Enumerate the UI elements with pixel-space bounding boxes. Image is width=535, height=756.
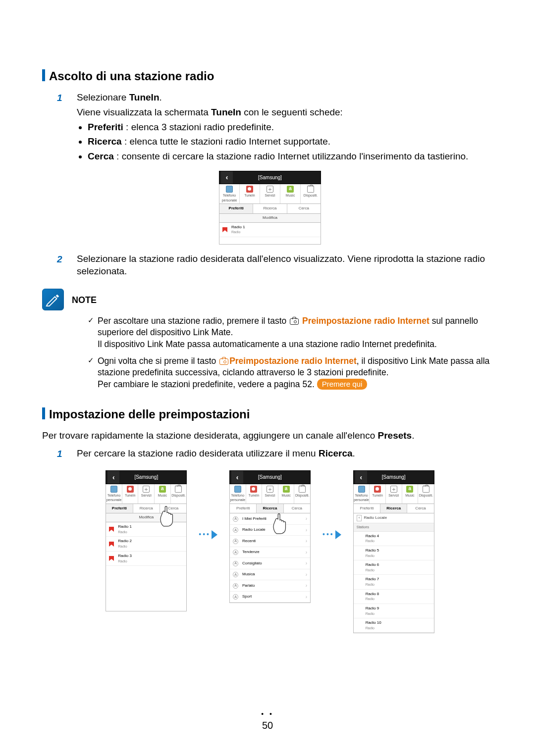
music-icon — [287, 186, 294, 193]
nav-label: TuneIn — [372, 494, 383, 497]
nav-music[interactable]: Music — [402, 484, 419, 504]
text-bold: Presets — [378, 430, 412, 441]
text: Selezionare la stazione radio desiderata… — [77, 252, 498, 278]
nav-phone[interactable]: Telefono personale — [219, 184, 240, 203]
back-icon[interactable]: ‹ — [355, 471, 367, 484]
chevron-right-icon: › — [306, 538, 307, 545]
antenna-icon: A — [233, 539, 238, 544]
tab-preferiti[interactable]: Preferiti — [354, 504, 380, 513]
tab-preferiti[interactable]: Preferiti — [219, 204, 253, 213]
nav-music[interactable]: Music — [280, 184, 301, 203]
nav-dispositivi[interactable]: Dispositi. — [294, 484, 310, 504]
section-heading-ascolto: Ascolto di una stazione radio — [42, 68, 498, 84]
radio-name: Radio 4 — [366, 534, 431, 539]
radio-sub: Radio — [366, 582, 431, 587]
back-icon[interactable]: ‹ — [107, 471, 119, 484]
nav-phone[interactable]: Telefono personale — [106, 484, 122, 504]
list-item[interactable]: AConsigliato› — [230, 558, 310, 569]
list-item[interactable]: AI Miei Preferiti› — [230, 513, 310, 525]
nav-tunein[interactable]: TuneIn — [240, 184, 260, 203]
nav-tunein[interactable]: TuneIn — [246, 484, 263, 504]
radio-name: Radio 8 — [366, 592, 431, 597]
tunein-icon — [246, 186, 253, 193]
nav-servizi[interactable]: Servizi — [262, 484, 278, 504]
tab-ricerca[interactable]: Ricerca — [133, 504, 160, 513]
text: con le seguenti schede: — [241, 107, 343, 117]
nav-phone[interactable]: Telefono personale — [354, 484, 370, 504]
list-item[interactable]: Radio 8Radio — [354, 590, 434, 604]
list-item[interactable]: ARecenti› — [230, 536, 310, 547]
list-item[interactable]: Radio 6Radio — [354, 560, 434, 575]
text: Per cercare la stazione radio desiderata… — [77, 448, 319, 458]
tab-preferiti[interactable]: Preferiti — [106, 504, 133, 513]
list-item[interactable]: Radio 7Radio — [354, 575, 434, 589]
nav-servizi[interactable]: Servizi — [260, 184, 280, 203]
breadcrumb[interactable]: ‹Radio Locale — [354, 513, 434, 523]
text-bold: TuneIn — [129, 92, 160, 102]
nav-label: Servizi — [141, 494, 152, 497]
list-item[interactable]: Radio 1Radio — [106, 522, 186, 537]
list-item[interactable]: ATendenze› — [230, 547, 310, 558]
screenshot-tunein-preferiti: ‹ [Samsung] Telefono personale TuneIn Se… — [219, 171, 321, 245]
edit-button[interactable]: Modifica — [219, 214, 321, 223]
list-item[interactable]: Radio 2Radio — [106, 537, 186, 551]
press-here-badge[interactable]: Premere qui — [317, 379, 368, 390]
text: Viene visualizzata la schermata — [77, 107, 211, 117]
tab-cerca[interactable]: Cerca — [407, 504, 433, 513]
list-item[interactable]: Radio 9Radio — [354, 604, 434, 618]
phone-tabs: Preferiti Ricerca Cerca — [219, 204, 321, 214]
list-item[interactable]: Radio 3Radio — [106, 552, 186, 566]
tab-ricerca[interactable]: Ricerca — [380, 504, 407, 513]
nav-tunein[interactable]: TuneIn — [370, 484, 386, 504]
phone-title: [Samsung] — [134, 474, 158, 480]
list-item[interactable]: Radio 10Radio — [354, 618, 434, 633]
list-item[interactable]: Radio 4Radio — [354, 532, 434, 546]
radio-name: Radio 3 — [118, 554, 183, 559]
nav-servizi[interactable]: Servizi — [138, 484, 155, 504]
nav-dispositivi[interactable]: Dispositi. — [418, 484, 434, 504]
list-item[interactable]: AParlato› — [230, 580, 310, 592]
edit-button[interactable]: Modifica — [106, 513, 187, 522]
nav-servizi[interactable]: Servizi — [386, 484, 402, 504]
list-item[interactable]: Radio 1 Radio — [219, 223, 321, 237]
tab-ricerca[interactable]: Ricerca — [253, 204, 287, 213]
bullet-bold: Ricerca — [88, 136, 122, 147]
list-item[interactable]: ARadio Locale› — [230, 525, 310, 536]
back-icon[interactable]: ‹ — [231, 471, 243, 484]
radio-sub: Radio — [366, 539, 431, 543]
category-name: Radio Locale — [242, 527, 306, 533]
text-bold: TuneIn — [211, 107, 241, 117]
radio-name: Radio 5 — [366, 548, 431, 554]
nav-label: Dispositi. — [304, 194, 318, 197]
list-item[interactable]: AMusica› — [230, 569, 310, 581]
note-list: Per ascoltare una stazione radio, premer… — [88, 315, 498, 391]
tab-cerca[interactable]: Cerca — [284, 504, 310, 513]
phone-icon — [226, 186, 233, 193]
radio-sub: Radio — [231, 230, 318, 234]
phone-icon — [234, 486, 241, 493]
chevron-right-icon: › — [306, 515, 307, 522]
step-body: Per cercare la stazione radio desiderata… — [77, 447, 498, 462]
nav-music[interactable]: Music — [278, 484, 295, 504]
speaker-icon — [175, 486, 182, 493]
back-icon[interactable]: ‹ — [221, 171, 233, 184]
antenna-icon: A — [233, 516, 238, 522]
nav-dispositivi[interactable]: Dispositi. — [171, 484, 187, 504]
tab-preferiti[interactable]: Preferiti — [230, 504, 257, 513]
nav-music[interactable]: Music — [155, 484, 171, 504]
tab-ricerca[interactable]: Ricerca — [257, 504, 283, 513]
nav-dispositivi[interactable]: Dispositi. — [301, 184, 321, 203]
nav-label: Music — [286, 194, 295, 197]
speaker-icon — [423, 486, 429, 493]
page-footer: • • 50 — [0, 709, 535, 732]
list-item[interactable]: Radio 5Radio — [354, 546, 434, 560]
text: Ogni volta che si preme il tasto — [98, 356, 218, 366]
nav-phone[interactable]: Telefono personale — [230, 484, 246, 504]
step-number-1: 1 — [57, 91, 77, 104]
tab-cerca[interactable]: Cerca — [160, 504, 186, 513]
tab-cerca[interactable]: Cerca — [287, 204, 321, 213]
radio-sub: Radio — [118, 530, 183, 534]
note-title: NOTE — [72, 289, 97, 306]
list-item[interactable]: ASport› — [230, 592, 310, 603]
nav-tunein[interactable]: TuneIn — [122, 484, 139, 504]
